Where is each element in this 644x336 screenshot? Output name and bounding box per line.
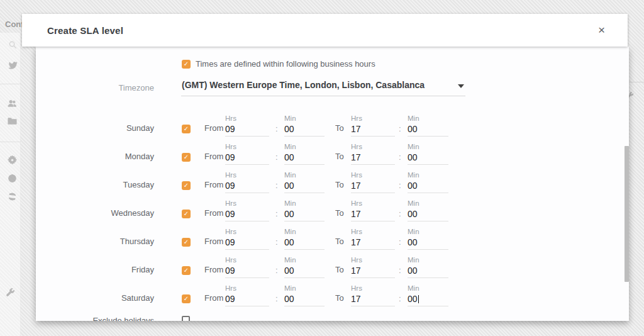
day-row: Monday From Hrs 09 : Min 00 To Hrs 17 : …	[36, 140, 629, 169]
business-hours-row: Times are defined within following busin…	[182, 59, 375, 69]
to-minutes-input[interactable]: 00	[408, 180, 448, 193]
from-minutes-input[interactable]: 00	[284, 265, 325, 278]
min-label: Min	[408, 114, 448, 123]
business-hours-label: Times are defined within following busin…	[196, 59, 375, 69]
to-hours-field: Hrs 17	[351, 284, 395, 306]
colon-separator: :	[399, 209, 402, 218]
hrs-label: Hrs	[351, 114, 395, 123]
to-minutes-input[interactable]: 00	[408, 265, 448, 278]
from-minutes-input[interactable]: 00	[284, 152, 325, 165]
to-label: To	[335, 236, 347, 247]
min-label: Min	[284, 142, 325, 151]
to-minutes-field: Min 00	[408, 171, 448, 193]
hrs-label: Hrs	[225, 227, 269, 236]
from-minutes-input[interactable]: 00	[284, 208, 325, 221]
from-minutes-input[interactable]: 00	[284, 123, 325, 137]
day-label: Wednesday	[36, 208, 154, 219]
to-minutes-field: Min 00	[408, 255, 448, 278]
hrs-label: Hrs	[351, 142, 395, 151]
timezone-select[interactable]: (GMT) Western Europe Time, London, Lisbo…	[181, 76, 465, 96]
users-icon	[8, 99, 17, 108]
from-hours-input[interactable]: 09	[225, 180, 269, 193]
day-label: Friday	[36, 264, 154, 276]
day-checkbox[interactable]	[182, 238, 191, 247]
day-label: Saturday	[36, 293, 154, 304]
from-minutes-field: Min 00	[284, 199, 325, 221]
to-minutes-input[interactable]: 00	[408, 293, 448, 306]
to-hours-input[interactable]: 17	[351, 152, 395, 165]
day-checkbox[interactable]	[182, 294, 191, 303]
from-minutes-field: Min 00	[284, 171, 325, 193]
refresh-icon	[8, 192, 17, 201]
from-hours-field: Hrs 09	[225, 114, 269, 137]
day-row: Wednesday From Hrs 09 : Min 00 To Hrs 17…	[36, 197, 629, 225]
hrs-label: Hrs	[351, 227, 395, 236]
colon-separator: :	[275, 181, 279, 190]
to-minutes-input[interactable]: 00	[408, 123, 448, 137]
folder-icon	[8, 116, 17, 126]
colon-separator: :	[275, 209, 279, 218]
day-row: Thursday From Hrs 09 : Min 00 To Hrs 17 …	[36, 225, 629, 254]
from-hours-field: Hrs 09	[225, 284, 269, 306]
day-checkbox[interactable]	[182, 266, 191, 275]
to-hours-input[interactable]: 17	[351, 293, 395, 306]
business-hours-checkbox[interactable]	[182, 60, 191, 69]
to-hours-input[interactable]: 17	[351, 180, 395, 193]
from-label: From	[204, 208, 225, 219]
to-label: To	[335, 293, 347, 304]
from-label: From	[204, 151, 225, 162]
wrench-icon	[6, 288, 15, 298]
from-hours-field: Hrs 09	[225, 171, 269, 193]
to-hours-field: Hrs 17	[351, 171, 395, 193]
exclude-holidays-checkbox[interactable]	[182, 316, 190, 321]
colon-separator: :	[399, 124, 402, 133]
to-hours-field: Hrs 17	[351, 255, 395, 278]
from-hours-input[interactable]: 09	[225, 293, 269, 306]
from-hours-input[interactable]: 09	[225, 237, 269, 250]
scrollbar-thumb[interactable]	[625, 146, 629, 282]
exclude-holidays-label: Exclude holidays	[36, 316, 154, 321]
from-hours-input[interactable]: 09	[225, 123, 269, 137]
from-hours-input[interactable]: 09	[225, 152, 269, 165]
from-minutes-input[interactable]: 00	[284, 293, 325, 306]
to-minutes-input[interactable]: 00	[408, 152, 448, 165]
from-hours-field: Hrs 09	[225, 142, 269, 165]
day-checkbox[interactable]	[182, 210, 191, 218]
from-hours-field: Hrs 09	[225, 227, 269, 250]
day-row: Friday From Hrs 09 : Min 00 To Hrs 17 : …	[36, 254, 629, 282]
day-checkbox[interactable]	[182, 125, 191, 133]
sidebar-divider	[0, 84, 21, 84]
min-label: Min	[408, 284, 448, 293]
to-hours-input[interactable]: 17	[351, 265, 395, 278]
to-minutes-field: Min 00	[408, 142, 448, 165]
to-minutes-input[interactable]: 00	[408, 237, 448, 250]
from-hours-input[interactable]: 09	[225, 208, 269, 221]
min-label: Min	[284, 227, 325, 236]
to-minutes-input[interactable]: 00	[408, 208, 448, 221]
to-minutes-field: Min 00	[408, 227, 448, 250]
to-hours-input[interactable]: 17	[351, 208, 395, 221]
colon-separator: :	[275, 294, 279, 303]
day-checkbox[interactable]	[182, 181, 191, 190]
to-label: To	[335, 208, 347, 219]
to-hours-input[interactable]: 17	[351, 123, 395, 137]
twitter-bird-icon	[8, 61, 18, 70]
min-label: Min	[284, 284, 325, 293]
day-checkbox[interactable]	[182, 153, 191, 162]
from-minutes-input[interactable]: 00	[284, 237, 325, 250]
gear-icon	[8, 155, 17, 165]
close-icon[interactable]: ×	[596, 14, 608, 47]
from-hours-input[interactable]: 09	[225, 265, 269, 278]
hrs-label: Hrs	[351, 284, 395, 293]
from-minutes-field: Min 00	[284, 227, 325, 250]
to-hours-input[interactable]: 17	[351, 237, 395, 250]
exclude-holidays-row-clipped: Exclude holidays	[36, 316, 629, 321]
dialog-body: Times are defined within following busin…	[36, 47, 629, 321]
from-minutes-input[interactable]: 00	[284, 180, 325, 193]
from-minutes-field: Min 00	[284, 284, 325, 306]
min-label: Min	[408, 171, 448, 179]
colon-separator: :	[399, 294, 402, 303]
day-row: Saturday From Hrs 09 : Min 00 To Hrs 17 …	[36, 282, 629, 310]
colon-separator: :	[399, 181, 402, 190]
to-label: To	[335, 151, 347, 162]
